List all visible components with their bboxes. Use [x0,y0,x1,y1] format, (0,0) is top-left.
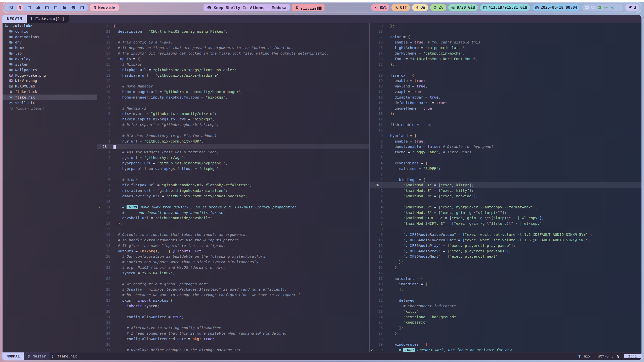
code-line[interactable]: 17 # The inputs' git revisions get locke… [97,51,369,56]
code-line[interactable]: 4 keybindings = { [370,160,642,166]
code-line[interactable]: 3 [370,199,642,204]
code-line[interactable]: 20 [97,34,369,40]
code-line[interactable]: 20 firefox = { [370,73,642,78]
network-pill[interactable]: Off [391,4,410,11]
code-line[interactable]: 14 }; [370,259,642,265]
code-line[interactable]: 26 ]; [370,325,642,331]
code-line[interactable]: 25 # We configure our global packages he… [97,281,369,287]
code-line[interactable]: 26 # Usually, "nixpkgs.legacyPackages.${… [97,287,369,292]
code-line[interactable]: 14 nixpkgs.url = "github:nixos/nixpkgs/n… [97,67,369,73]
code-line[interactable]: ✓30 # TODO Doesn't work, use focus_on_ac… [370,347,642,352]
music-pill[interactable]: Keep Shelly In Athens - Medusa [204,4,290,11]
code-line[interactable]: 12 ", XF86AudioPrev" = ["exec, playerctl… [370,248,642,254]
tree-item-lib[interactable]: lib [3,51,97,56]
code-line[interactable]: 6 "$mainMod CTRL, S" = ["exec, grim -g \… [370,215,642,221]
workspace-3[interactable] [26,5,32,11]
code-line[interactable]: 8 [97,100,369,106]
memory-pill[interactable]: 9/30 GiB [448,4,478,11]
code-line[interactable]: 23 system = "x86_64-linux"; [97,270,369,276]
code-line[interactable]: 29 windowrules = [ [370,342,642,347]
code-line[interactable]: 16 inputs = { [97,56,369,62]
workspace-8[interactable] [70,5,76,11]
code-line[interactable]: 37 # Overlays define changes in the nixp… [97,347,369,352]
tree-item-system[interactable]: system [3,62,97,67]
code-line[interactable]: 2 # Nix User Repository (e.g. Firefox ad… [97,133,369,139]
code-line[interactable]: 5 [370,155,642,160]
code-line[interactable]: 30 [97,309,369,314]
bluetooth-pill[interactable]: On [412,4,428,11]
workspace-7[interactable] [62,5,67,11]
code-line[interactable]: 22 # e.g. NixOS (linux) and MacOS (darwi… [97,265,369,270]
code-line[interactable]: 5 "$mainMod, S" = ["exec, grim -g \"$(sl… [370,210,642,215]
code-line[interactable]: 16 # Outputs is a function that takes th… [97,232,369,237]
code-line[interactable]: 6 # Other [97,177,369,183]
code-line[interactable]: 8 enable = true; [370,139,642,144]
code-line[interactable]: 76 "$mainMod, T" = ["exec, kitty"]; [370,182,642,188]
code-pane-right[interactable]: 29 };2827 color = {26 enable = true; # Y… [370,23,642,352]
code-line[interactable]: 2 "$mainMod, N" = ["exec, neovide"]; [370,193,642,199]
workspace-4[interactable] [35,5,41,11]
code-line[interactable]: 23 font = "JetBrainsMono Nerd Font Mono"… [370,56,642,62]
code-line[interactable]: 21 description = "ChUrl's NixOS config u… [97,29,369,34]
code-line[interactable]: 7 nix-flatpak.url = "github:gmodena/nix-… [97,182,369,188]
code-line[interactable]: ✓11 # TODO Move away from devshell, as i… [97,204,369,210]
code-line[interactable]: 28 pkgs = import nixpkgs { [97,298,369,303]
workspace-5[interactable] [44,5,50,11]
workspace-6[interactable] [53,5,58,11]
code-line[interactable]: 31 config.allowUnfree = true; [97,314,369,320]
clock-pill[interactable]: 2025-06-18 00:04 [532,4,580,11]
tree-item-config[interactable]: config [3,29,97,34]
code-line[interactable]: 18 immediate = [ [370,281,642,287]
code-line[interactable]: 6 nixvim.url = "github:nix-community/nix… [97,111,369,117]
code-line[interactable]: 21 [370,67,642,73]
code-line[interactable]: 5 nixvim.inputs.nixpkgs.follows = "nixpk… [97,116,369,122]
code-line[interactable]: 19 ]; [370,287,642,292]
code-pane-left[interactable]: 22{21 description = "ChUrl's NixOS confi… [97,23,369,352]
code-line[interactable]: 9 emacs-overlay.url = "github:nix-commun… [97,193,369,199]
code-line[interactable]: 14 }; [97,221,369,226]
screen-lock-icon[interactable] [591,6,595,10]
code-line[interactable]: 15 # Nixpkgs [97,62,369,67]
code-line[interactable]: 19 enable = true; [370,78,642,83]
code-line[interactable]: 24 darkScheme = "catppuccin-mocha"; [370,51,642,56]
code-line[interactable]: 15 }; [370,265,642,270]
code-line[interactable]: 23 "kitty" [370,309,642,314]
code-line[interactable]: 20 # Our configuration is buildable on t… [97,254,369,259]
tree-item--nixflake[interactable]: ~/NixFlake [3,23,97,29]
code-line[interactable]: 12 # and doesn't provide any benefits fo… [97,210,369,215]
code-line[interactable]: 36 [97,342,369,347]
check-circle-icon[interactable] [597,6,601,10]
tree-item-env[interactable]: env [3,40,97,45]
key-icon[interactable] [604,6,608,10]
code-line[interactable]: 24 [97,276,369,281]
code-line[interactable]: 26 enable = true; # You can't disable th… [370,40,642,45]
code-line[interactable]: 28 [370,29,642,34]
code-line[interactable]: 22 }; [370,62,642,67]
code-line[interactable]: 25 "keepassxc" [370,320,642,325]
code-line[interactable]: 18 wayland = true; [370,83,642,89]
code-line[interactable]: 11 fish.enable = true; [370,122,642,127]
code-line[interactable]: 19 # This config is a Flake. [97,40,369,45]
tree-item-flake.lock[interactable]: flake.lock [3,89,97,95]
code-line[interactable]: 9 home-manager.inputs.nixpkgs.follows = … [97,95,369,100]
code-line[interactable]: 27 color = { [370,34,642,40]
tree-item-wallpapers[interactable]: wallpapers [3,67,97,73]
code-line[interactable]: 10 [370,127,642,133]
code-line[interactable]: 17 autostart = { [370,276,642,281]
code-line[interactable]: 8 [370,226,642,232]
code-line[interactable]: 17 # To handle extra arguments we use th… [97,237,369,243]
code-line[interactable]: 27 }; [370,331,642,336]
code-line[interactable]: 10 [97,199,369,204]
code-line[interactable]: 16 disableTabBar = true; [370,95,642,100]
code-line[interactable]: 12 [370,116,642,122]
tree-item-nixvim.png[interactable]: NixVim.png [3,78,97,83]
code-line[interactable]: 5 [97,171,369,177]
code-line[interactable]: 10 home-manager.url = "github:nix-commun… [97,89,369,95]
code-line[interactable]: 6 theme = "Foggy-Lake"; # Three-Bears [370,149,642,155]
code-line[interactable]: 4 "$mainMod, P" = ["exec, hyprpicker --a… [370,204,642,210]
code-line[interactable]: 24 "nextcloud --background" [370,314,642,320]
workspace-2[interactable]: N [17,5,23,11]
tree-item-shell.nix[interactable]: shell.nix [3,100,97,106]
code-line[interactable]: 16 [370,270,642,276]
tree-item-derivations[interactable]: derivations [3,34,97,40]
